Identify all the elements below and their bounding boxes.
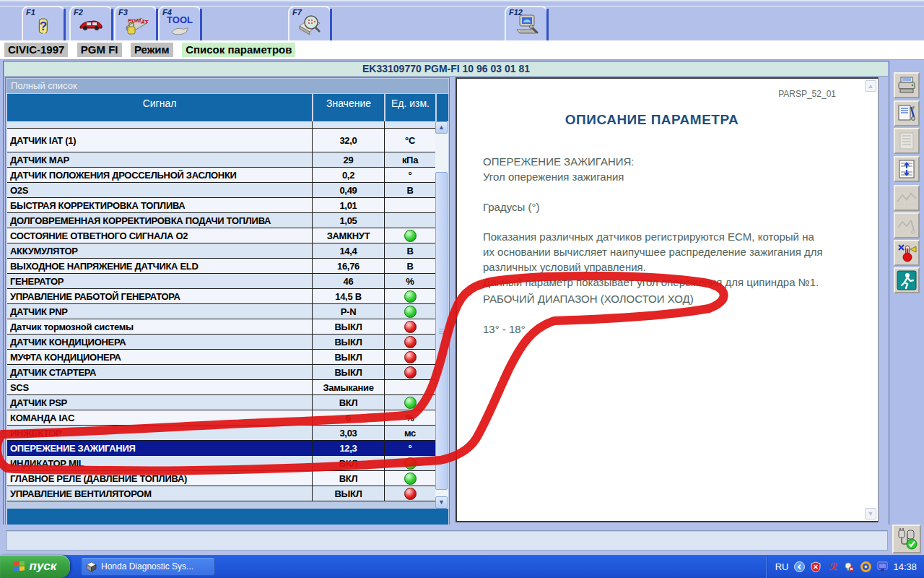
value-cell: ВЫКЛ (312, 319, 384, 334)
f4-tool-button[interactable]: F4 TOOL (158, 6, 201, 41)
table-row[interactable]: АККУМУЛЯТОР14,4В (7, 243, 435, 259)
connection-status-button[interactable] (892, 525, 921, 553)
f3-system-select-button[interactable]: F3 PGM AT (114, 6, 157, 41)
page-view-button[interactable] (894, 128, 920, 154)
unit-cell: ° (384, 168, 435, 182)
column-header-value[interactable]: Значение (312, 94, 384, 121)
table-scrollbar[interactable]: ▲ ▼ (435, 121, 448, 509)
hds-main-window: EK33109770 PGM-FI 10 96 03 01 81 Полный … (3, 61, 889, 555)
table-row[interactable]: КОМАНДА IAC6% (7, 410, 435, 426)
exit-button[interactable] (894, 267, 920, 293)
scroll-down-icon[interactable]: ▼ (435, 496, 448, 509)
snapshot-button[interactable] (894, 240, 920, 266)
punto-switcher-icon[interactable]: ℛ (827, 561, 838, 572)
start-button[interactable]: пуск (0, 555, 70, 578)
f12-pc-settings-button[interactable]: F12 (505, 6, 548, 41)
unit-cell (384, 319, 435, 334)
updater-swirl-icon[interactable] (860, 561, 871, 572)
green-status-indicator (404, 457, 417, 470)
operating-range-value: 13° - 18° (483, 322, 526, 337)
vehicle-icon (79, 18, 103, 34)
value-cell: ВКЛ (312, 471, 384, 486)
security-alert-icon[interactable] (810, 561, 821, 572)
display-settings-icon[interactable] (876, 561, 888, 572)
table-row[interactable]: ДОЛГОВРЕМЕННАЯ КОРРЕКТИРОВКА ПОДАЧИ ТОПЛ… (7, 213, 435, 228)
value-cell: ВЫКЛ (312, 365, 384, 379)
breadcrumb-vehicle[interactable]: CIVIC-1997 (4, 43, 68, 57)
parameter-description-panel: PARSP_52_01 ОПИСАНИЕ ПАРАМЕТРА ОПЕРЕЖЕНИ… (456, 77, 879, 522)
signal-cell: ГЕНЕРАТОР (7, 274, 312, 288)
function-key-toolbar: F1 ? F2 F3 PGM AT (0, 0, 924, 42)
table-row[interactable]: УПРАВЛЕНИЕ ВЕНТИЛЯТОРОМВЫКЛ (7, 486, 435, 501)
table-row[interactable]: ДАТЧИК ПОЛОЖЕНИЯ ДРОССЕЛЬНОЙ ЗАСЛОНКИ0,2… (7, 168, 435, 183)
unit-cell (384, 395, 435, 410)
report-settings-button[interactable] (894, 100, 920, 126)
hide-icons-icon[interactable] (793, 561, 805, 572)
table-row[interactable]: ГЕНЕРАТОР46% (7, 274, 435, 289)
table-scrollbar-thumb[interactable] (435, 172, 448, 490)
breadcrumb-system[interactable]: PGM FI (77, 43, 122, 57)
value-cell: ВЫКЛ (312, 335, 384, 349)
column-header-signal[interactable]: Сигнал (7, 94, 312, 121)
table-row[interactable]: ДАТЧИК PNPP-N (7, 304, 435, 319)
param-name-line: ОПЕРЕЖЕНИЕ ЗАЖИГАНИЯ: (483, 154, 635, 169)
scroll-list-icon (897, 159, 917, 179)
table-row[interactable]: ДАТЧИК СТАРТЕРАВЫКЛ (7, 365, 435, 380)
unit-cell: В (384, 259, 435, 273)
graph-view-button[interactable] (894, 185, 920, 211)
table-row[interactable]: ДАТЧИК PSPВКЛ (7, 395, 435, 410)
table-row[interactable]: O2S0,49В (7, 183, 435, 198)
desc-scroll-down-icon[interactable]: ▼ (865, 508, 876, 519)
table-row[interactable]: ИНЖЕКТОР3,03мс (7, 426, 435, 441)
operating-range-title: РАБОЧИЙ ДИАПАЗОН (ХОЛОСТОИ ХОД) (483, 291, 694, 306)
graph-settings-button[interactable] (894, 212, 920, 238)
muted-device-icon[interactable] (843, 561, 855, 572)
table-row[interactable]: ДАТЧИК КОНДИЦИОНЕРАВЫКЛ (7, 335, 435, 350)
column-header-unit[interactable]: Ед. изм. (384, 94, 435, 121)
unit-cell (384, 228, 435, 243)
taskbar-item-hds[interactable]: Honda Diagnostic Sys... (81, 557, 215, 576)
table-row[interactable]: SCSЗамыкание (7, 380, 435, 395)
language-indicator[interactable]: RU (775, 561, 789, 572)
table-body: ДАТЧИК IAT (1)32,0°CДАТЧИК MAP29кПаДАТЧИ… (7, 121, 435, 501)
desc-scroll-up-icon[interactable]: ▲ (865, 80, 876, 92)
table-row[interactable]: БЫСТРАЯ КОРРЕКТИРОВКА ТОПЛИВА1,01 (7, 198, 435, 213)
table-row[interactable]: ДАТЧИК IAT (1)32,0°C (7, 129, 435, 152)
breadcrumb-mode[interactable]: Режим (131, 43, 173, 57)
signal-cell: ВЫХОДНОЕ НАПРЯЖЕНИЕ ДАТЧИКА ELD (7, 259, 312, 273)
signal-cell: ДАТЧИК MAP (7, 152, 312, 167)
f7-data-list-button[interactable]: F7 (288, 6, 331, 41)
unit-cell (384, 471, 435, 486)
table-row[interactable]: СОСТОЯНИЕ ОТВЕТНОГО СИГНАЛА O2ЗАМКНУТ (7, 228, 435, 243)
signal-cell: ДАТЧИК PSP (7, 395, 312, 410)
value-cell: ВЫКЛ (312, 486, 384, 501)
unit-cell: % (384, 274, 435, 288)
table-row[interactable] (7, 121, 435, 129)
print-button[interactable] (894, 72, 920, 98)
unit-cell (384, 304, 435, 319)
table-row[interactable]: ИНДИКАТОР MILВКЛ (7, 456, 435, 471)
taskbar: пуск Honda Diagnostic Sys... RU ℛ (0, 555, 924, 578)
status-bar (0, 525, 924, 555)
table-row-selected[interactable]: ОПЕРЕЖЕНИЕ ЗАЖИГАНИЯ12,3° (7, 441, 435, 456)
scroll-up-icon[interactable]: ▲ (435, 121, 448, 134)
scroll-list-button[interactable] (894, 156, 920, 182)
table-row[interactable]: ВЫХОДНОЕ НАПРЯЖЕНИЕ ДАТЧИКА ELD16,76В (7, 259, 435, 274)
pgm-at-icon: PGM AT (122, 15, 149, 37)
table-row[interactable]: ГЛАВНОЕ РЕЛЕ (ДАВЛЕНИЕ ТОПЛИВА)ВКЛ (7, 471, 435, 486)
f1-help-button[interactable]: F1 ? (22, 6, 65, 41)
value-cell: 14,4 (312, 243, 384, 258)
signal-cell: ДАТЧИК PNP (7, 304, 312, 319)
table-row[interactable]: Датчик тормозной системыВЫКЛ (7, 319, 435, 335)
signal-cell: КОМАНДА IAC (7, 410, 312, 425)
clock[interactable]: 14:38 (893, 561, 917, 572)
table-row[interactable]: МУФТА КОНДИЦИОНЕРАВЫКЛ (7, 350, 435, 365)
value-cell: 1,05 (312, 213, 384, 228)
printer-icon (897, 76, 917, 95)
param-units-line: Градусы (°) (483, 199, 540, 215)
signal-cell (7, 121, 312, 128)
table-row[interactable]: ДАТЧИК MAP29кПа (7, 152, 435, 168)
status-message-field (6, 530, 888, 551)
table-row[interactable]: УПРАВЛЕНИЕ РАБОТОЙ ГЕНЕРАТОРА14,5 В (7, 289, 435, 304)
f2-vehicle-button[interactable]: F2 (69, 6, 113, 41)
